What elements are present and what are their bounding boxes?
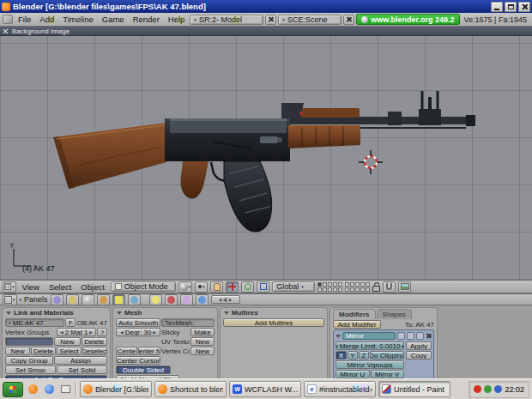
viewport-3d[interactable]: x y (4) AK 47 — [0, 36, 532, 280]
editor-type-icon[interactable]: ▾ — [3, 294, 17, 305]
taskbar-button-wcflash[interactable]: WCFLASH W... — [229, 381, 301, 397]
centre-button[interactable]: Cente — [116, 347, 137, 355]
draw-type-selector[interactable]: ▾ — [178, 281, 193, 293]
modifier-realtime-toggle-icon[interactable] — [407, 332, 414, 340]
menu-game[interactable]: Game — [99, 15, 128, 24]
menu-help[interactable]: Help — [165, 15, 189, 24]
layer-cell[interactable] — [338, 282, 342, 287]
layer-cell[interactable] — [333, 282, 337, 287]
subcontext-texture-icon[interactable] — [180, 294, 193, 305]
lock-icon[interactable] — [372, 286, 380, 292]
clock[interactable]: 22:02 — [505, 385, 524, 394]
layer-cell[interactable] — [360, 287, 365, 292]
tab-shapes[interactable]: Shapes — [377, 309, 412, 319]
tray-network-icon[interactable] — [494, 385, 502, 393]
mirror-u-toggle[interactable]: Mirror U — [336, 370, 370, 378]
menu-select[interactable]: Select — [45, 282, 75, 292]
quick-launch-blender-icon[interactable] — [26, 383, 39, 396]
scale-manipulator[interactable] — [257, 281, 269, 293]
context-shading-icon[interactable] — [82, 294, 94, 305]
do-clipping-toggle[interactable]: Do Clipping — [370, 351, 404, 360]
centre-new-button[interactable]: Center Ne — [138, 347, 160, 355]
apply-modifier-button[interactable]: Apply — [406, 342, 432, 350]
taskbar-button-shortcut[interactable]: Shortcut to blender — [154, 381, 227, 397]
menu-add[interactable]: Add — [36, 15, 57, 24]
quick-launch-show-desktop-icon[interactable] — [58, 383, 72, 396]
minimize-button[interactable] — [491, 2, 503, 12]
set-smooth-button[interactable]: Set Smoo — [5, 366, 56, 374]
close-button[interactable] — [518, 2, 530, 12]
add-multires-button[interactable]: Add Multires — [223, 318, 324, 327]
mirror-v-toggle[interactable]: Mirror V — [371, 370, 405, 378]
layer-cell[interactable] — [333, 287, 337, 292]
layer-cell[interactable] — [355, 282, 360, 287]
uv-texture-new-button[interactable]: New — [190, 337, 215, 346]
menu-render[interactable]: Render — [130, 15, 163, 24]
layer-cell[interactable] — [360, 282, 365, 287]
ak47-model[interactable] — [53, 91, 475, 232]
layer-cell[interactable] — [345, 282, 349, 287]
centre-cursor-button[interactable]: Center Cursor — [116, 356, 160, 365]
context-editing-icon[interactable] — [112, 294, 125, 305]
context-scene-icon[interactable] — [128, 294, 141, 305]
vertex-color-new-button[interactable]: New — [190, 347, 215, 355]
context-object-icon[interactable] — [97, 294, 110, 305]
scene-delete-button[interactable] — [343, 15, 354, 25]
layer-cell[interactable] — [328, 287, 332, 292]
modifier-name-field[interactable]: Mirror — [342, 332, 396, 340]
quick-launch-ie-icon[interactable] — [42, 383, 56, 396]
modifier-render-toggle-icon[interactable] — [397, 332, 405, 340]
orientation-selector[interactable]: Global ▾ — [272, 281, 315, 292]
taskbar-button-browser[interactable]: #instructableId=E... — [304, 381, 376, 397]
pivot-selector[interactable]: ▾ — [195, 281, 208, 293]
menu-view[interactable]: View — [19, 282, 43, 292]
viewport-canvas[interactable]: x y — [0, 36, 532, 280]
screen-selector[interactable]: ▾ SR:2- Model — [190, 15, 263, 25]
panel-header[interactable]: Mesh — [113, 308, 217, 317]
close-icon[interactable] — [3, 28, 9, 34]
layer-cell[interactable] — [366, 287, 370, 292]
material-index-spinner[interactable]: 2 Mat 1 — [57, 328, 96, 336]
scene-selector[interactable]: ▾ SCE:Scene — [278, 15, 342, 25]
mirror-vgroups-toggle[interactable]: Mirror Vgroups — [336, 360, 404, 369]
collapse-icon[interactable] — [6, 311, 11, 315]
layer-cell[interactable] — [338, 287, 342, 292]
vgroup-delete-button[interactable]: Delete — [31, 347, 56, 355]
rotate-manipulator[interactable] — [241, 281, 254, 293]
collapse-icon[interactable] — [336, 335, 341, 338]
menu-object[interactable]: Object — [77, 282, 107, 292]
menu-file[interactable]: File — [15, 15, 34, 24]
layer-cell[interactable] — [350, 287, 354, 292]
tray-alert-icon[interactable] — [474, 385, 481, 393]
vertex-group-name-field[interactable] — [5, 337, 53, 346]
start-button[interactable] — [3, 382, 23, 397]
layer-cell[interactable] — [350, 282, 354, 287]
cursor-3d[interactable] — [359, 150, 383, 174]
degr-spinner[interactable]: Degr: 30 — [116, 328, 160, 336]
texmesh-field[interactable]: TexMesh: — [161, 318, 215, 327]
collapse-icon[interactable] — [117, 311, 122, 315]
layer-cell[interactable] — [323, 282, 327, 287]
menu-timeline[interactable]: Timeline — [59, 15, 97, 24]
screen-delete-button[interactable] — [265, 15, 276, 25]
material-deselect-button[interactable]: Deselect — [82, 347, 107, 355]
snap-toggle[interactable] — [383, 281, 396, 293]
merge-limit-field[interactable]: Merge Limit: 0.0010 — [336, 342, 404, 350]
blender-logo-icon[interactable] — [3, 15, 13, 24]
layer-cell[interactable] — [317, 282, 322, 287]
frame-spinner[interactable]: 4 — [211, 295, 240, 304]
mirror-y-toggle[interactable]: Y — [348, 351, 358, 360]
copy-modifier-button[interactable]: Copy — [406, 351, 432, 360]
panel-header[interactable]: Link and Materials — [3, 308, 110, 317]
layer-cell[interactable] — [323, 287, 327, 292]
add-modifier-button[interactable]: Add Modifier — [333, 320, 381, 329]
modifier-editmode-toggle-icon[interactable] — [416, 332, 424, 340]
mirror-x-toggle[interactable]: X — [336, 351, 347, 360]
translate-manipulator[interactable] — [226, 281, 239, 293]
layer-cell[interactable] — [366, 282, 370, 287]
layer-cell[interactable] — [345, 287, 349, 292]
set-solid-button[interactable]: Set Solid — [57, 366, 107, 374]
layer-cell[interactable] — [328, 282, 332, 287]
material-delete-button[interactable]: Delete — [82, 337, 108, 346]
double-sided-toggle[interactable]: Double Sided — [116, 366, 171, 374]
